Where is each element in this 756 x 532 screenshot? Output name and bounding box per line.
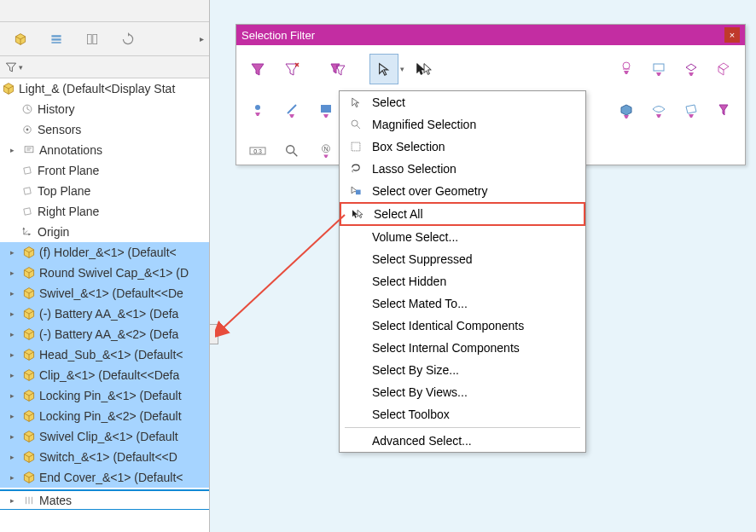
magnify-icon: [348, 117, 363, 132]
expand-arrow[interactable]: ▸: [10, 289, 19, 298]
dropdown-arrow[interactable]: ▾: [400, 65, 404, 73]
filter-vertex-button[interactable]: [612, 54, 641, 84]
tree-label: Round Swivel Cap_&<1> (D: [39, 266, 189, 280]
funnel-icon[interactable]: [5, 61, 17, 73]
tree-part-item[interactable]: ▸ (f) Holder_&<1> (Default<: [0, 242, 209, 263]
expand-arrow[interactable]: ▸: [10, 350, 19, 359]
tree-sensors-item[interactable]: Sensors: [0, 119, 209, 140]
tree-part-item[interactable]: ▸ Clip_&<1> (Default<<Defa: [0, 365, 209, 385]
filter-point-button[interactable]: [243, 95, 272, 125]
motion-study-button[interactable]: [111, 25, 145, 54]
filter-axis-button[interactable]: [677, 95, 706, 125]
tree-part-item[interactable]: ▸ Round Swivel Cap_&<1> (D: [0, 263, 209, 283]
tree-front-plane-item[interactable]: Front Plane: [0, 160, 209, 181]
assembly-view-button[interactable]: [3, 25, 38, 54]
expand-arrow[interactable]: ▸: [10, 391, 19, 400]
filter-note-button[interactable]: N: [311, 136, 340, 166]
menu-select-hidden[interactable]: Select Hidden: [340, 270, 585, 292]
filter-edge-button[interactable]: [644, 54, 673, 84]
menu-magnified-selection[interactable]: Magnified Selection: [340, 113, 585, 136]
funnel-double-icon: [329, 61, 346, 78]
select-all-cursor-button[interactable]: [410, 54, 439, 84]
filter-dropdown-arrow[interactable]: ▾: [19, 63, 23, 72]
menu-select-internal-components[interactable]: Select Internal Components: [340, 337, 585, 359]
filter-face-button[interactable]: [677, 54, 706, 84]
menu-select-all[interactable]: Select All: [340, 202, 585, 226]
close-button[interactable]: ×: [724, 27, 740, 43]
menu-advanced-select[interactable]: Advanced Select...: [340, 430, 585, 452]
filter-invert-button[interactable]: [323, 54, 352, 84]
config-view-button[interactable]: [39, 25, 73, 54]
plane-icon: [20, 205, 34, 218]
tree-annotations-item[interactable]: ▸ Annotations: [0, 140, 209, 160]
expand-arrow[interactable]: ▸: [10, 432, 19, 441]
menu-select-identical-components[interactable]: Select Identical Components: [340, 315, 585, 337]
expand-arrow[interactable]: ▸: [10, 371, 19, 379]
menu-select-by-views[interactable]: Select By Views...: [340, 381, 585, 403]
axis-filter-icon: [683, 101, 700, 119]
tree-root-item[interactable]: Light_& (Default<Display Stat: [0, 78, 209, 99]
menu-label: Select By Size...: [372, 363, 577, 377]
tree-label: Mates: [39, 494, 72, 507]
display-manager-button[interactable]: [75, 25, 109, 54]
menu-select-toolbox[interactable]: Select Toolbox: [340, 403, 585, 425]
tree-part-item[interactable]: ▸ (-) Battery AA_&<1> (Defa: [0, 304, 209, 324]
menu-box-selection[interactable]: Box Selection: [340, 136, 585, 158]
blank-icon: [348, 274, 363, 289]
filter-toggle-button[interactable]: [243, 54, 272, 84]
tree-mates-item[interactable]: ▸ Mates: [0, 489, 209, 510]
expand-arrow[interactable]: ▸: [10, 473, 19, 482]
expand-arrow[interactable]: ▸: [10, 412, 19, 420]
menu-select-mated-to[interactable]: Select Mated To...: [340, 292, 585, 315]
selection-filter-titlebar[interactable]: Selection Filter ×: [236, 25, 745, 45]
menu-label: Select Suppressed: [372, 252, 577, 266]
part-cube-icon: [22, 430, 36, 443]
tree-part-item[interactable]: ▸ Switch_&<1> (Default<<D: [0, 447, 209, 467]
select-cursor-button[interactable]: [369, 54, 398, 84]
tree-part-item[interactable]: ▸ Head_Sub_&<1> (Default<: [0, 344, 209, 365]
menu-lasso-selection[interactable]: Lasso Selection: [340, 158, 585, 180]
expand-arrow[interactable]: ▸: [10, 453, 19, 461]
tree-top-plane-item[interactable]: Top Plane: [0, 181, 209, 201]
expand-arrow[interactable]: ▸: [10, 269, 19, 277]
filter-search-button[interactable]: [277, 136, 306, 166]
menu-select-by-size[interactable]: Select By Size...: [340, 359, 585, 381]
menu-select[interactable]: Select: [340, 91, 585, 113]
filter-dim-button[interactable]: 0.3: [243, 136, 272, 166]
tree-label: (-) Battery AA_&<1> (Defa: [39, 307, 178, 321]
menu-select-over-geometry[interactable]: Select over Geometry: [340, 180, 585, 202]
tree-label: Origin: [38, 225, 69, 239]
menu-volume-select[interactable]: Volume Select...: [340, 226, 585, 248]
tree-part-item[interactable]: ▸ Locking Pin_&<2> (Default: [0, 406, 209, 426]
filter-special-button[interactable]: [709, 54, 738, 84]
tree-part-item[interactable]: ▸ End Cover_&<1> (Default<: [0, 467, 209, 488]
tree-history-item[interactable]: History: [0, 99, 209, 119]
expand-arrow[interactable]: ▸: [10, 248, 19, 257]
filter-block-button[interactable]: [612, 95, 641, 125]
expand-arrow[interactable]: ▸: [10, 330, 19, 338]
filter-last-button[interactable]: [709, 95, 738, 125]
svg-line-20: [294, 153, 298, 157]
filter-clear-button[interactable]: [277, 54, 306, 84]
filter-surface-button[interactable]: [644, 95, 673, 125]
tree-origin-item[interactable]: Origin: [0, 222, 209, 242]
filter-plane-button[interactable]: [311, 95, 340, 125]
filter-line-button[interactable]: [277, 95, 306, 125]
tree-right-plane-item[interactable]: Right Plane: [0, 201, 209, 222]
tree-part-item[interactable]: ▸ Swivel_&<1> (Default<<De: [0, 283, 209, 304]
menu-label: Box Selection: [372, 140, 577, 153]
menu-select-suppressed[interactable]: Select Suppressed: [340, 248, 585, 270]
tree-part-item[interactable]: ▸ Swivel Clip_&<1> (Default: [0, 426, 209, 447]
tree-part-item[interactable]: ▸ (-) Battery AA_&<2> (Defa: [0, 324, 209, 344]
expand-arrow[interactable]: ▸: [10, 496, 19, 505]
assembly-cube-icon: [14, 32, 27, 46]
flyout-handle[interactable]: [210, 324, 218, 344]
tree-label: Switch_&<1> (Default<<D: [39, 450, 177, 464]
expand-arrow[interactable]: ▸: [10, 146, 19, 154]
tree-part-item[interactable]: ▸ Locking Pin_&<1> (Default: [0, 385, 209, 406]
expand-arrow[interactable]: ▸: [10, 309, 19, 318]
toolbar-expand-arrow[interactable]: ▸: [200, 34, 206, 43]
selection-filter-title: Selection Filter: [241, 29, 724, 42]
part-cube-icon: [22, 307, 36, 321]
panel-top-bar: [0, 0, 209, 22]
